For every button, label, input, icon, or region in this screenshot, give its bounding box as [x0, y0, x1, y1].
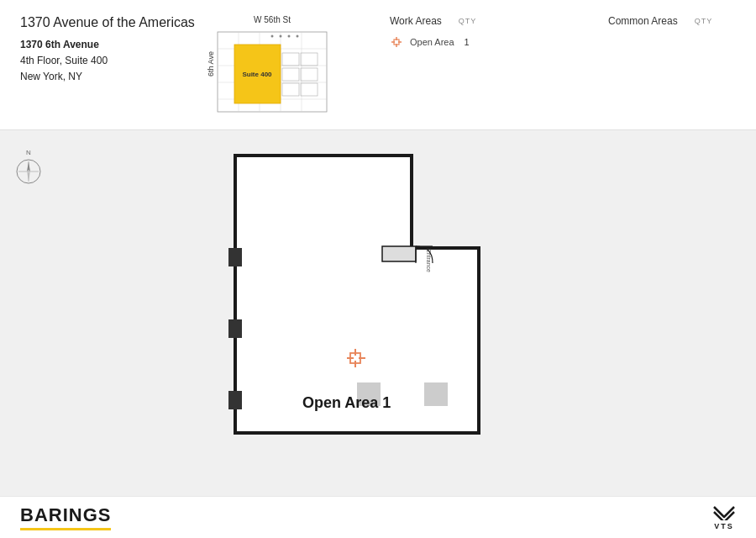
area-label-text: Open Area 1: [302, 394, 391, 411]
vts-icon: [712, 505, 736, 520]
svg-rect-31: [228, 248, 242, 266]
svg-rect-15: [282, 53, 299, 66]
main-content: N: [0, 130, 756, 538]
address-line2: New York, NY: [20, 69, 205, 85]
common-areas-section: Common Areas QTY: [608, 15, 712, 35]
work-areas-title: Work Areas: [390, 15, 442, 27]
address-line1: 4th Floor, Suite 400: [20, 53, 205, 69]
open-area-icon: [390, 35, 403, 49]
barings-logo: BARINGS: [20, 504, 111, 530]
work-areas-header: Work Areas QTY: [390, 15, 541, 27]
vts-logo: VTS: [712, 505, 736, 530]
svg-rect-39: [424, 382, 448, 406]
open-area-qty: 1: [465, 37, 470, 47]
svg-text:Suite 400: Suite 400: [242, 71, 272, 78]
vts-text: VTS: [714, 522, 734, 530]
common-areas-header: Common Areas QTY: [608, 15, 712, 27]
svg-point-10: [271, 35, 274, 38]
ave-label: 6th Ave: [207, 51, 215, 76]
svg-rect-32: [228, 319, 242, 338]
svg-rect-19: [301, 68, 318, 81]
common-areas-qty-label: QTY: [695, 17, 713, 25]
svg-text:Entrance: Entrance: [426, 249, 432, 272]
svg-rect-16: [282, 68, 299, 81]
street-label: W 56th St: [254, 15, 291, 24]
floor-plan-container: Entrance Open Area 1: [218, 139, 538, 509]
header: 1370 Avenue of the Americas 1370 6th Ave…: [0, 0, 756, 130]
svg-point-12: [288, 35, 291, 38]
bottom-bar: BARINGS VTS: [0, 496, 756, 538]
common-areas-title: Common Areas: [608, 15, 678, 27]
work-areas-section: Work Areas QTY Open Area 1: [390, 15, 541, 49]
thumbnail-area: W 56th St 6th Ave: [205, 15, 339, 116]
svg-rect-17: [282, 83, 299, 96]
property-info: 1370 Avenue of the Americas 1370 6th Ave…: [20, 15, 205, 86]
thumbnail-container: 6th Ave Suite: [213, 28, 331, 116]
open-area-row: Open Area 1: [390, 35, 541, 49]
svg-rect-33: [228, 391, 242, 409]
thumbnail-svg: Suite 400: [213, 28, 331, 116]
main-title: 1370 Avenue of the Americas: [20, 15, 205, 30]
svg-rect-20: [301, 83, 318, 96]
svg-rect-18: [301, 53, 318, 66]
scale-label: N: [15, 149, 42, 156]
floor-plan-svg: Entrance Open Area 1: [218, 139, 538, 500]
compass: N: [15, 149, 42, 176]
svg-rect-34: [382, 246, 416, 261]
open-area-label: Open Area: [410, 37, 454, 47]
sub-title: 1370 6th Avenue: [20, 37, 205, 53]
compass-icon: [15, 158, 42, 185]
svg-point-11: [280, 35, 282, 38]
svg-point-13: [297, 35, 299, 38]
work-areas-qty-label: QTY: [459, 17, 477, 25]
